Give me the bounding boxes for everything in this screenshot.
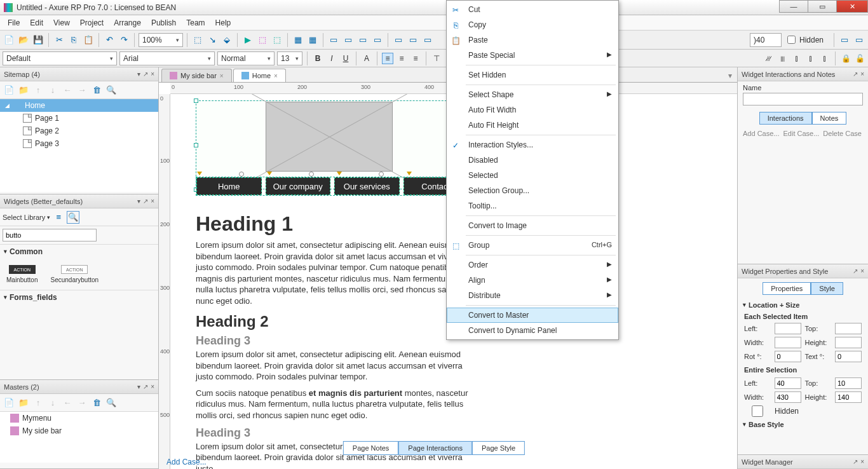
ctx-cut[interactable]: ✂Cut xyxy=(447,2,618,17)
tabs-menu-icon[interactable]: ▾ xyxy=(723,69,737,82)
toggle2-icon[interactable]: ▭ xyxy=(853,34,865,46)
ctx-copy[interactable]: ⎘Copy xyxy=(447,17,618,32)
front-icon[interactable]: ▭ xyxy=(327,34,340,46)
tab-home[interactable]: Home× xyxy=(233,69,286,82)
paste-icon[interactable]: 📋 xyxy=(82,34,95,46)
pen-tool-icon[interactable]: ⬙ xyxy=(220,34,233,46)
nav-home[interactable]: Home xyxy=(196,177,262,195)
delete-icon[interactable]: 🗑 xyxy=(90,84,103,97)
copy-icon[interactable]: ⎘ xyxy=(67,34,80,46)
sitemap-home[interactable]: ◢Home xyxy=(0,99,158,112)
ctx-select-shape[interactable]: Select Shape▶ xyxy=(447,87,618,102)
menu-file[interactable]: File xyxy=(3,17,25,29)
outdent-icon[interactable]: ← xyxy=(61,84,74,97)
widget-secundarybutton[interactable]: ACTIONSecundarybutton xyxy=(50,265,98,283)
valign-top-icon[interactable]: ⊤ xyxy=(431,53,442,64)
tab-properties[interactable]: Properties xyxy=(763,282,811,295)
menu-project[interactable]: Project xyxy=(75,17,109,29)
top-input[interactable] xyxy=(835,323,862,334)
sitemap-page3[interactable]: Page 3 xyxy=(0,137,158,150)
connector-tool-icon[interactable]: ↘ xyxy=(206,34,219,46)
add-case-link[interactable]: Add Case... xyxy=(743,130,779,137)
ctx-convert-to-dynamic-panel[interactable]: Convert to Dynamic Panel xyxy=(447,323,618,338)
panel-close-icon[interactable]: × xyxy=(151,71,154,78)
ctx-auto-fit-width[interactable]: Auto Fit Width xyxy=(447,102,618,118)
close-icon[interactable]: × xyxy=(274,72,278,79)
nav-menu-selection[interactable]: Home Our company Our services Contact xyxy=(196,177,469,196)
sitemap-page2[interactable]: Page 2 xyxy=(0,125,158,137)
ctx-set-hidden[interactable]: Set Hidden xyxy=(447,67,618,83)
minimize-button[interactable]: — xyxy=(779,0,808,13)
ctx-distribute[interactable]: Distribute▶ xyxy=(447,288,618,303)
hidden-prop-checkbox[interactable] xyxy=(744,405,771,417)
backward-icon[interactable]: ▭ xyxy=(371,34,384,46)
tab-page-interactions[interactable]: Page Interactions xyxy=(398,441,472,455)
nav-services[interactable]: Our services xyxy=(334,177,400,195)
menu-team[interactable]: Team xyxy=(181,17,210,29)
move-up-icon[interactable]: ↑ xyxy=(32,84,44,97)
sitemap-page1[interactable]: Page 1 xyxy=(0,112,158,125)
weight-combo[interactable]: Normal▾ xyxy=(217,51,275,65)
height-input[interactable] xyxy=(835,337,862,348)
menu-edit[interactable]: Edit xyxy=(25,17,48,29)
ctx-disabled[interactable]: Disabled xyxy=(447,153,618,168)
add-master-folder-icon[interactable]: 📁 xyxy=(17,397,30,409)
select-library-link[interactable]: Select Library xyxy=(3,214,45,221)
widgets-search-input[interactable] xyxy=(3,229,97,241)
redo-icon[interactable]: ↷ xyxy=(118,34,130,46)
align-right-icon[interactable]: ▭ xyxy=(421,34,434,46)
group-icon[interactable]: ▦ xyxy=(292,34,304,46)
left-input[interactable] xyxy=(775,323,801,334)
undo-icon[interactable]: ↶ xyxy=(103,34,116,46)
indent-icon[interactable]: → xyxy=(76,84,88,97)
rot-input[interactable] xyxy=(775,351,801,362)
menu-arrange[interactable]: Arrange xyxy=(109,17,146,29)
dist-v-icon[interactable]: ⫼ xyxy=(777,53,789,64)
save-icon[interactable]: 💾 xyxy=(32,34,44,46)
dist2-icon[interactable]: ⫿ xyxy=(819,53,831,64)
search-icon[interactable]: 🔍 xyxy=(105,84,118,97)
ctx-paste[interactable]: 📋Paste xyxy=(447,32,618,48)
ungroup-icon[interactable]: ▦ xyxy=(306,34,319,46)
new-icon[interactable]: 📄 xyxy=(3,34,15,46)
menu-view[interactable]: View xyxy=(48,17,75,29)
ctx-paste-special[interactable]: Paste Special▶ xyxy=(447,48,618,63)
align-left-text-icon[interactable]: ≡ xyxy=(382,53,393,64)
open-icon[interactable]: 📂 xyxy=(17,34,30,46)
back-icon[interactable]: ▭ xyxy=(342,34,355,46)
italic-icon[interactable]: I xyxy=(326,53,337,64)
dist-h-icon[interactable]: ⫻ xyxy=(763,53,775,64)
ctx-convert-to-image[interactable]: Convert to Image xyxy=(447,218,618,233)
style-combo[interactable]: Default▾ xyxy=(3,51,117,65)
content-area[interactable]: Heading 1 Lorem ipsum dolor sit amet, co… xyxy=(196,208,469,469)
select-tool-icon[interactable]: ⬚ xyxy=(191,34,204,46)
menu-publish[interactable]: Publish xyxy=(146,17,181,29)
toggle1-icon[interactable]: ▭ xyxy=(838,34,851,46)
widget-name-input[interactable] xyxy=(743,93,863,105)
ctx-auto-fit-height[interactable]: Auto Fit Height xyxy=(447,118,618,133)
publish-icon[interactable]: ⬚ xyxy=(271,34,283,46)
textrot-input[interactable] xyxy=(835,351,862,362)
ctx-tooltip-[interactable]: Tooltip... xyxy=(447,198,618,214)
text-color-icon[interactable]: A xyxy=(361,53,372,64)
tab-notes[interactable]: Notes xyxy=(812,112,847,125)
widgets-group-common[interactable]: Common xyxy=(0,244,158,259)
width-input[interactable] xyxy=(775,337,801,348)
align-h-icon[interactable]: ⫿ xyxy=(791,53,803,64)
forward-icon[interactable]: ▭ xyxy=(356,34,369,46)
master-sidebar[interactable]: My side bar xyxy=(0,425,158,437)
tab-page-style[interactable]: Page Style xyxy=(472,441,525,455)
list-view-icon[interactable]: ≡ xyxy=(52,211,65,224)
widgets-search-icon[interactable]: 🔍 xyxy=(67,211,79,224)
unlock-icon[interactable]: 🔓 xyxy=(854,53,865,64)
panel-menu-icon[interactable]: ▾ xyxy=(137,71,140,78)
nav-company[interactable]: Our company xyxy=(266,177,331,195)
delete-case-link[interactable]: Delete Case xyxy=(823,130,862,137)
tab-interactions[interactable]: Interactions xyxy=(759,112,812,125)
ctx-selected[interactable]: Selected xyxy=(447,168,618,183)
image-placeholder[interactable] xyxy=(266,102,393,172)
ctx-group[interactable]: ⬚GroupCtrl+G xyxy=(447,238,618,253)
panel-popout-icon[interactable]: ↗ xyxy=(143,71,148,78)
size-combo[interactable]: 13▾ xyxy=(277,51,302,65)
close-icon[interactable]: × xyxy=(220,72,224,79)
